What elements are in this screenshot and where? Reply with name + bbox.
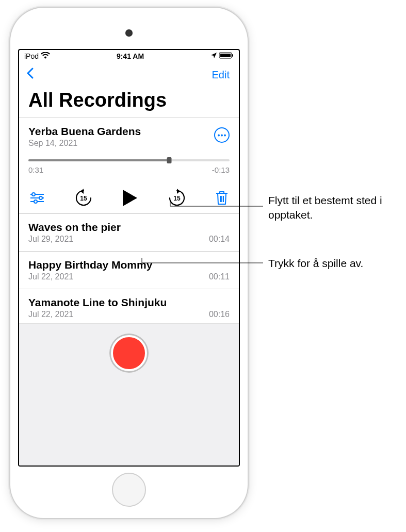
recording-title: Yamanote Line to Shinjuku <box>28 296 230 309</box>
record-button[interactable] <box>111 335 147 371</box>
elapsed-time: 0:31 <box>28 165 43 174</box>
status-bar: iPod 9:41 AM <box>19 50 239 61</box>
remaining-time: -0:13 <box>212 165 230 174</box>
clock-label: 9:41 AM <box>117 52 144 60</box>
callout-line <box>170 201 263 211</box>
svg-text:15: 15 <box>80 195 87 202</box>
recording-duration: 00:11 <box>209 272 230 281</box>
svg-point-4 <box>221 134 223 136</box>
play-button[interactable] <box>122 189 138 207</box>
carrier-label: iPod <box>24 52 39 60</box>
list-item[interactable]: Waves on the pier Jul 29, 2021 00:14 <box>19 214 239 252</box>
recording-duration: 00:16 <box>209 310 230 319</box>
recording-date: Jul 22, 2021 <box>28 310 73 319</box>
front-camera <box>125 29 133 37</box>
back-button[interactable] <box>26 66 34 83</box>
recording-duration: 00:14 <box>209 235 230 244</box>
scrubber-handle[interactable] <box>167 157 172 163</box>
svg-point-9 <box>39 196 42 200</box>
options-icon[interactable] <box>29 192 45 204</box>
svg-point-3 <box>218 134 220 136</box>
svg-rect-2 <box>232 54 233 57</box>
list-item[interactable]: Yamanote Line to Shinjuku Jul 22, 2021 0… <box>19 289 239 323</box>
skip-back-icon[interactable]: 15 <box>74 189 93 207</box>
callout-play: Trykk for å spille av. <box>268 256 363 271</box>
callout-line <box>142 258 263 268</box>
recording-title: Waves on the pier <box>28 221 230 234</box>
wifi-icon <box>41 52 50 60</box>
recording-date: Jul 29, 2021 <box>28 235 73 244</box>
recording-date: Sep 14, 2021 <box>28 139 141 148</box>
callout-scrubber: Flytt til et bestemt sted i opptaket. <box>268 193 406 223</box>
nav-bar: Edit <box>19 61 239 87</box>
expanded-recording: Yerba Buena Gardens Sep 14, 2021 0:31 -0… <box>19 118 239 214</box>
recording-date: Jul 22, 2021 <box>28 272 73 281</box>
svg-rect-1 <box>220 54 231 57</box>
svg-point-7 <box>32 193 35 196</box>
scrubber[interactable]: 0:31 -0:13 <box>28 159 230 174</box>
more-button[interactable] <box>214 127 230 143</box>
page-title: All Recordings <box>19 87 239 118</box>
svg-point-5 <box>224 134 226 136</box>
recording-title: Yerba Buena Gardens <box>28 125 141 138</box>
home-button[interactable] <box>112 473 146 507</box>
record-bar <box>19 323 239 466</box>
list-item[interactable]: Happy Birthday Mommy Jul 22, 2021 00:11 <box>19 252 239 289</box>
svg-point-11 <box>34 200 37 203</box>
battery-icon <box>219 52 234 60</box>
location-icon <box>210 52 217 60</box>
edit-button[interactable]: Edit <box>212 69 230 81</box>
